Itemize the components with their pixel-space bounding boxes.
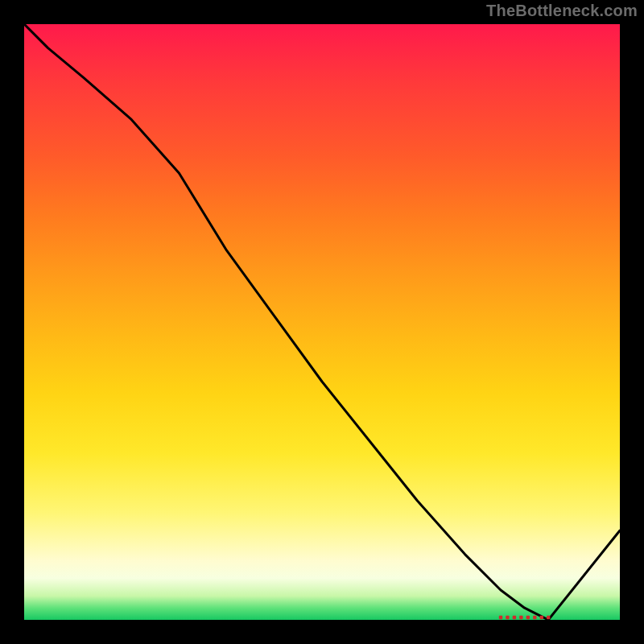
svg-rect-3 xyxy=(519,616,522,619)
svg-rect-4 xyxy=(526,616,530,619)
svg-rect-1 xyxy=(506,616,509,619)
svg-rect-6 xyxy=(540,616,543,619)
optimal-marker xyxy=(499,616,551,619)
data-curve xyxy=(24,24,620,620)
svg-rect-2 xyxy=(513,616,516,619)
svg-rect-5 xyxy=(533,616,536,619)
chart-svg xyxy=(24,24,620,620)
plot-area xyxy=(24,24,620,620)
svg-rect-7 xyxy=(547,616,550,619)
svg-rect-0 xyxy=(499,616,502,619)
attribution-text: TheBottleneck.com xyxy=(486,2,638,20)
chart-container: TheBottleneck.com xyxy=(0,0,644,644)
